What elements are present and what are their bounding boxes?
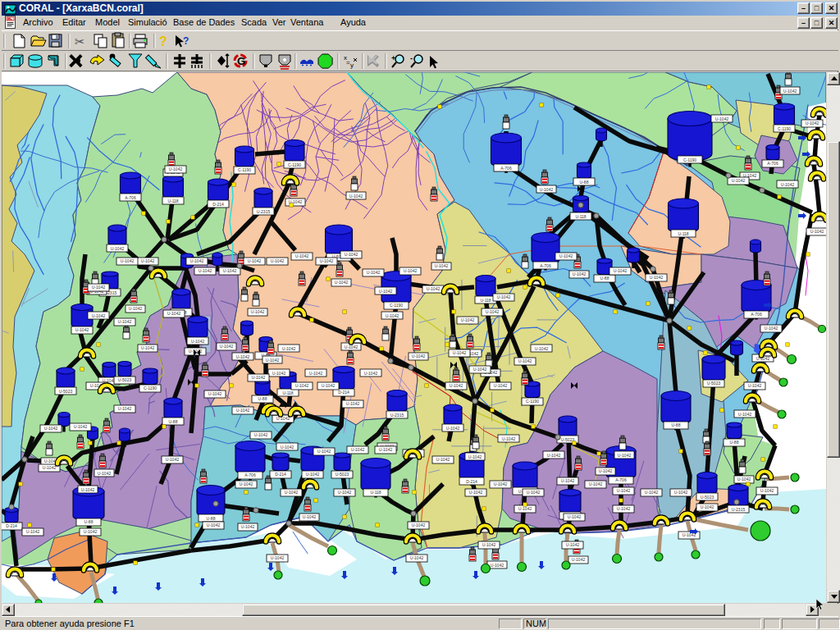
svg-text:U-5023: U-5023	[59, 389, 73, 394]
svg-text:C-1190: C-1190	[778, 126, 791, 131]
svg-text:U-1042: U-1042	[92, 285, 106, 290]
svg-text:U-1042: U-1042	[404, 268, 418, 273]
svg-text:A-706: A-706	[500, 166, 512, 171]
svg-text:U-1042: U-1042	[386, 313, 399, 318]
svg-text:U-5023: U-5023	[707, 381, 721, 386]
svg-text:U-1042: U-1042	[335, 280, 349, 285]
svg-text:C-1190: C-1190	[288, 162, 301, 167]
svg-text:U-1042: U-1042	[645, 490, 659, 495]
svg-text:U-1042: U-1042	[169, 167, 183, 171]
svg-text:U-88: U-88	[258, 396, 267, 401]
svg-text:U-1042: U-1042	[494, 482, 508, 486]
svg-text:U-1042: U-1042	[276, 416, 290, 421]
svg-text:U-1042: U-1042	[141, 258, 155, 263]
svg-text:U-1042: U-1042	[309, 371, 323, 376]
svg-text:G: G	[237, 55, 245, 67]
svg-text:U-1042: U-1042	[674, 490, 688, 495]
svg-text:C-1190: C-1190	[526, 399, 539, 404]
svg-text:U-1042: U-1042	[446, 426, 460, 431]
svg-text:A-706: A-706	[767, 161, 778, 166]
svg-text:U-1042: U-1042	[118, 319, 132, 324]
svg-text:U-1042: U-1042	[236, 354, 250, 359]
svg-text:U-1042: U-1042	[527, 490, 541, 495]
svg-text:U-1042: U-1042	[491, 563, 504, 568]
svg-text:+: +	[391, 54, 395, 62]
svg-text:A-706: A-706	[540, 263, 551, 268]
svg-text:U-1042: U-1042	[486, 309, 500, 314]
svg-text:A-706: A-706	[751, 312, 762, 317]
svg-text:U-1042: U-1042	[266, 358, 280, 363]
svg-text:U-1042: U-1042	[535, 346, 549, 351]
svg-text:U-1042: U-1042	[167, 311, 181, 316]
svg-text:U-1042: U-1042	[271, 258, 285, 263]
svg-text:U-1042: U-1042	[379, 447, 393, 452]
svg-text:U-1042: U-1042	[295, 253, 309, 258]
svg-text:U-2315: U-2315	[390, 413, 404, 418]
svg-text:U-1042: U-1042	[191, 339, 205, 344]
svg-text:U-2315: U-2315	[257, 209, 271, 214]
svg-text:U-1042: U-1042	[760, 488, 774, 493]
svg-text:U-1042: U-1042	[502, 436, 516, 441]
svg-text:U-88: U-88	[672, 422, 681, 427]
svg-text:U-1042: U-1042	[166, 457, 180, 462]
svg-text:U-118: U-118	[282, 390, 293, 395]
svg-text:U-1042: U-1042	[701, 504, 714, 509]
svg-text:U-1042: U-1042	[26, 529, 40, 534]
svg-text:U-1042: U-1042	[379, 289, 393, 294]
svg-text:U-1042: U-1042	[547, 453, 561, 458]
svg-text:U-1042: U-1042	[111, 246, 125, 251]
svg-text:U-1042: U-1042	[84, 529, 98, 534]
svg-text:U-1042: U-1042	[614, 268, 628, 273]
svg-text:U-1042: U-1042	[345, 345, 358, 349]
svg-text:U-1042: U-1042	[248, 258, 262, 263]
svg-text:U-1042: U-1042	[540, 187, 554, 192]
svg-text:U-1042: U-1042	[240, 482, 253, 486]
svg-text:?: ?	[183, 35, 189, 47]
svg-text:-: -	[410, 54, 413, 62]
svg-text:U-1042: U-1042	[715, 116, 729, 121]
svg-text:U-1042: U-1042	[573, 272, 587, 276]
svg-text:U-1042: U-1042	[306, 472, 320, 477]
svg-text:U-1042: U-1042	[98, 471, 112, 476]
svg-text:U-1042: U-1042	[141, 345, 155, 350]
svg-text:U-1042: U-1042	[81, 487, 95, 492]
svg-text:U-1042: U-1042	[412, 354, 426, 358]
svg-text:U-1042: U-1042	[129, 306, 143, 311]
svg-text:U-118: U-118	[167, 199, 178, 203]
svg-text:U-5023: U-5023	[701, 495, 714, 500]
svg-text:U-1042: U-1042	[208, 391, 222, 396]
svg-text:U-1042: U-1042	[241, 524, 255, 529]
svg-text:U-118: U-118	[370, 490, 381, 495]
svg-text:U-1042: U-1042	[254, 432, 268, 437]
svg-text:D-214: D-214	[212, 202, 224, 207]
svg-text:U-1042: U-1042	[436, 457, 450, 462]
svg-text:✂: ✂	[75, 34, 85, 48]
svg-text:U-88: U-88	[169, 419, 178, 424]
svg-text:U-1042: U-1042	[118, 406, 132, 411]
svg-text:U-1042: U-1042	[345, 252, 358, 257]
svg-text:C-1190: C-1190	[390, 303, 403, 308]
svg-text:U-1042: U-1042	[453, 350, 467, 355]
svg-text:D-214: D-214	[6, 523, 17, 528]
svg-text:U-1042: U-1042	[482, 542, 496, 547]
svg-text:U-1042: U-1042	[346, 401, 360, 406]
svg-text:U-1042: U-1042	[589, 482, 603, 486]
svg-text:U-1042: U-1042	[364, 371, 378, 376]
svg-text:U-1042: U-1042	[251, 309, 265, 314]
svg-text:U-1042: U-1042	[207, 523, 221, 527]
svg-text:C-1190: C-1190	[144, 386, 157, 390]
svg-text:U-1042: U-1042	[320, 258, 334, 263]
svg-text:U-1042: U-1042	[559, 253, 573, 258]
svg-text:D-214: D-214	[275, 472, 286, 477]
svg-text:U-88: U-88	[207, 516, 216, 521]
svg-text:U-1042: U-1042	[469, 490, 483, 495]
svg-text:U-1042: U-1042	[473, 367, 487, 372]
svg-text:U-1042: U-1042	[317, 449, 331, 454]
svg-text:U-1042: U-1042	[74, 424, 88, 429]
svg-text:U-1042: U-1042	[806, 121, 819, 126]
svg-text:U-1042: U-1042	[44, 426, 58, 431]
svg-text:U-1042: U-1042	[285, 490, 299, 495]
svg-text:U-88: U-88	[580, 180, 589, 185]
svg-text:U-1042: U-1042	[494, 383, 508, 388]
svg-text:U-118: U-118	[575, 214, 586, 219]
